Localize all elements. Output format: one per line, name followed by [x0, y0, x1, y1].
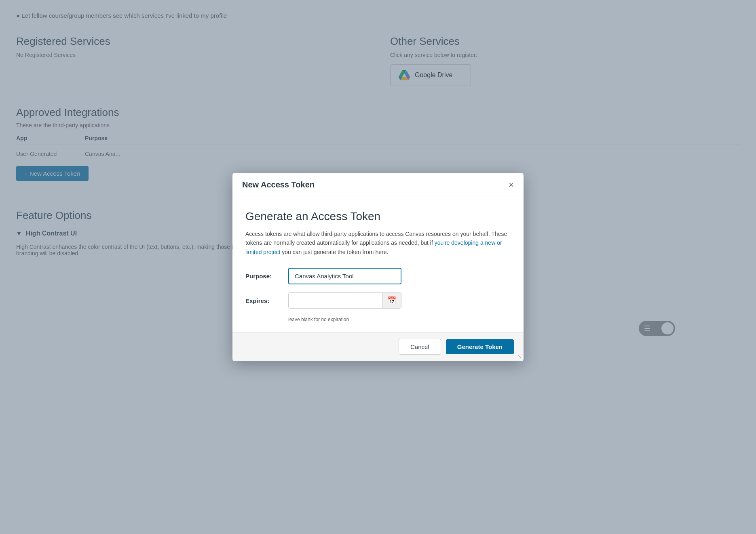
- modal-title: New Access Token: [242, 180, 315, 189]
- modal-header: New Access Token ×: [232, 173, 524, 197]
- modal-description: Access tokens are what allow third-party…: [245, 229, 511, 256]
- new-access-token-modal: New Access Token × Generate an Access To…: [232, 173, 524, 361]
- expires-input[interactable]: [289, 293, 382, 308]
- expires-label: Expires:: [245, 297, 282, 304]
- purpose-row: Purpose:: [245, 268, 511, 284]
- generate-title: Generate an Access Token: [245, 210, 511, 223]
- description-part2: you can just generate the token from her…: [280, 249, 388, 255]
- modal-body: Generate an Access Token Access tokens a…: [232, 197, 524, 332]
- cancel-button[interactable]: Cancel: [399, 339, 441, 355]
- expires-row: Expires: 📅: [245, 292, 511, 309]
- calendar-button[interactable]: 📅: [382, 293, 401, 308]
- expires-hint: leave blank for no expiration: [288, 317, 511, 322]
- resize-handle: ⤡: [517, 353, 522, 360]
- generate-token-button[interactable]: Generate Token: [446, 339, 514, 354]
- expires-wrapper: 📅: [288, 292, 401, 309]
- calendar-icon: 📅: [387, 296, 396, 305]
- purpose-input[interactable]: [288, 268, 401, 284]
- modal-close-button[interactable]: ×: [509, 180, 514, 189]
- purpose-label: Purpose:: [245, 273, 282, 280]
- modal-footer: Cancel Generate Token ⤡: [232, 332, 524, 361]
